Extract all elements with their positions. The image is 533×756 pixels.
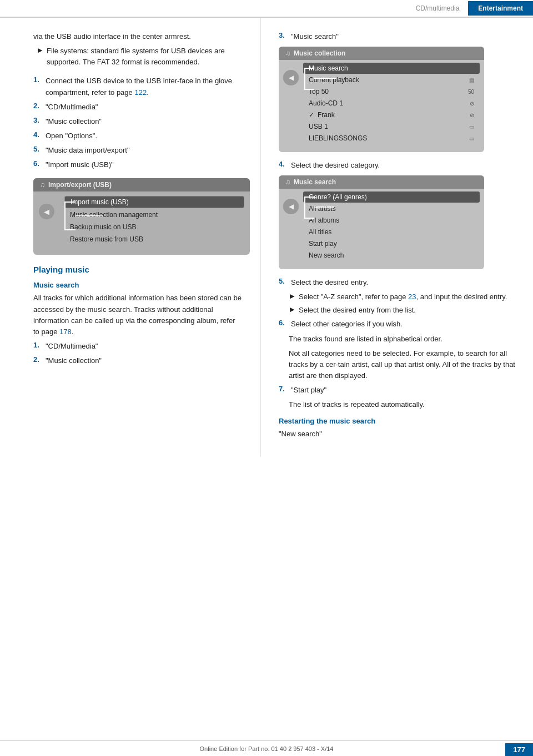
audiocd-icon: ⊘ (470, 100, 474, 107)
search-row-genre: Genre? (All genres) (303, 191, 480, 203)
bracket-search-line (314, 206, 334, 208)
search-row-startplay: Start play (303, 238, 480, 249)
sub5-1-arrow: ▶ (290, 293, 294, 300)
music-collection-screenshot: ♫ Music collection ◀ Music search Curren… (279, 47, 484, 152)
step7-desc: The list of tracks is repeated automatic… (279, 399, 520, 410)
step-1-num: 1. (33, 75, 46, 84)
main-content: via the USB audio interface in the cente… (0, 18, 533, 457)
usb-menu: Import music (USB) Music collection mana… (64, 195, 244, 246)
usb-title-text: Import/export (USB) (48, 181, 112, 189)
collection-row-audiocd: Audio-CD 1 ⊘ (303, 98, 480, 109)
step-4-left-text: Open "Options". (46, 130, 97, 142)
link-178[interactable]: 178 (59, 327, 72, 336)
sub5-1: ▶ Select "A-Z search", refer to page 23,… (290, 291, 520, 303)
sub5-2-text: Select the desired entry from the list. (299, 305, 416, 316)
step-5-left-num: 5. (33, 145, 46, 153)
usb-row-collection: Music collection management (64, 209, 244, 220)
collection-row-usb1: USB 1 ▭ (303, 121, 480, 132)
bottom-step-2-num: 2. (33, 355, 46, 364)
step-3-right: 3. "Music search" (279, 31, 520, 42)
bracket-collection (304, 68, 314, 90)
usb-row-import: Import music (USB) (64, 196, 244, 208)
collection-titlebar: ♫ Music collection (279, 47, 484, 60)
sub5-1-text: Select "A-Z search", refer to page 23, a… (299, 291, 507, 303)
step-7-right: 7. "Start play" (279, 385, 520, 396)
sub5-2: ▶ Select the desired entry from the list… (290, 305, 520, 316)
header-entertainment: Entertainment (468, 1, 533, 16)
search-row-alltitles: All titles (303, 226, 480, 238)
right-column: 3. "Music search" ♫ Music collection ◀ M… (261, 18, 533, 457)
step6-desc2: Not all categories need to be selected. … (279, 348, 520, 381)
step-7-right-text: "Start play" (291, 385, 326, 396)
step-5-left-text: "Music data import/export" (46, 145, 130, 156)
search-row-allartists: All artists (303, 203, 480, 214)
step-4-right: 4. Select the desired category. (279, 160, 520, 171)
step-5-right-text: Select the desired entry. (291, 277, 368, 288)
playing-music-heading: Playing music (33, 265, 243, 274)
top50-icon: 50 (468, 89, 474, 95)
search-title-text: Music search (294, 178, 336, 186)
restarting-heading: Restarting the music search (279, 417, 520, 425)
step-1: 1. Connect the USB device to the USB int… (33, 75, 243, 98)
bullet-filesystem: ▶ File systems: standard file systems fo… (33, 46, 243, 71)
bottom-step-1: 1. "CD/Multimedia" (33, 341, 243, 352)
link-122[interactable]: 122 (134, 88, 147, 97)
collection-row-top50: Top 50 50 (303, 86, 480, 97)
step-1-text: Connect the USB device to the USB inter-… (46, 75, 243, 98)
usb-nav-button[interactable]: ◀ (39, 204, 54, 219)
bracket-left (64, 201, 76, 230)
bullet-arrow-icon: ▶ (38, 47, 42, 54)
lieblings-icon: ▭ (469, 135, 474, 142)
bracket-line (76, 215, 103, 216)
collection-row-current: Current playback ▤ (303, 74, 480, 85)
collection-row-frank: ✓ Frank ⊘ (303, 109, 480, 120)
search-title-icon: ♫ (285, 178, 290, 186)
usb-row-restore: Restore music from USB (64, 234, 244, 245)
search-menu: Genre? (All genres) All artists All albu… (303, 191, 480, 261)
step-6-left: 6. "Import music (USB)" (33, 159, 243, 170)
collection-row-lieblings: LIEBLINGSSONGS ▭ (303, 133, 480, 144)
current-icon: ▤ (469, 77, 474, 83)
collection-nav-button[interactable]: ◀ (283, 70, 299, 85)
bottom-step-2: 2. "Music collection" (33, 355, 243, 366)
header-cd-multimedia: CD/multimedia (407, 4, 469, 12)
usb-screenshot: ♫ Import/export (USB) ◀ Import music (US… (33, 178, 250, 255)
link-23[interactable]: 23 (408, 293, 416, 301)
bottom-step-1-text: "CD/Multimedia" (46, 341, 98, 352)
step-5-right: 5. Select the desired entry. (279, 277, 520, 288)
step-6-right-num: 6. (279, 319, 291, 327)
intro-text-1: via the USB audio interface in the cente… (33, 31, 243, 42)
search-row-newsearch: New search (303, 250, 480, 261)
usb-titlebar: ♫ Import/export (USB) (33, 178, 250, 191)
step-6-left-text: "Import music (USB)" (46, 159, 114, 170)
footer-text: Online Edition for Part no. 01 40 2 957 … (200, 745, 334, 752)
step-3-right-num: 3. (279, 31, 291, 39)
step-5-left: 5. "Music data import/export" (33, 145, 243, 156)
frank-checkmark: ✓ (309, 111, 314, 119)
step6-desc1: The tracks found are listed in alphabeti… (279, 334, 520, 345)
page-footer: Online Edition for Part no. 01 40 2 957 … (0, 740, 533, 756)
bracket-collection-line (314, 78, 336, 79)
music-search-desc: All tracks for which additional informat… (33, 293, 243, 337)
page-number: 177 (505, 743, 533, 756)
step-3-right-text: "Music search" (291, 31, 339, 42)
step-2-text: "CD/Multimedia" (46, 102, 98, 113)
search-row-allalbums: All albums (303, 215, 480, 226)
music-search-subheading: Music search (33, 281, 243, 289)
collection-row-musicsearch: Music search (303, 63, 480, 74)
step-2-num: 2. (33, 102, 46, 110)
new-search-text: "New search" (279, 429, 520, 440)
sub5-2-arrow: ▶ (290, 306, 294, 313)
step-6-right-text: Select other categories if you wish. (291, 319, 403, 330)
collection-title-text: Music collection (294, 49, 345, 57)
music-search-screenshot: ♫ Music search ◀ Genre? (All genres) All… (279, 175, 484, 269)
search-titlebar: ♫ Music search (279, 175, 484, 189)
usb1-icon: ▭ (469, 124, 474, 130)
step-6-left-num: 6. (33, 159, 46, 168)
step-3-left-text: "Music collection" (46, 116, 102, 127)
step-2: 2. "CD/Multimedia" (33, 102, 243, 113)
step-3-left-num: 3. (33, 116, 46, 124)
search-nav-button[interactable]: ◀ (283, 199, 299, 214)
usb-row-backup: Backup music on USB (64, 221, 244, 233)
page-header: CD/multimedia Entertainment (0, 0, 533, 18)
